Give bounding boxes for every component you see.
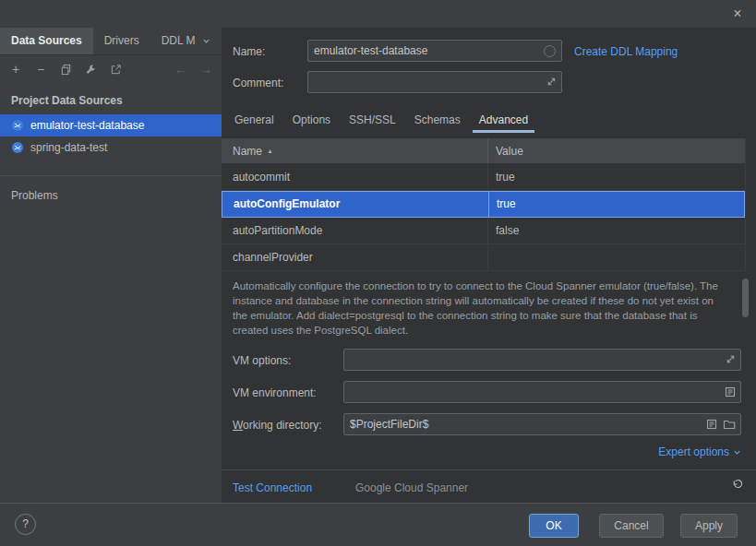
column-header-value-label: Value — [496, 145, 523, 158]
tab-data-sources[interactable]: Data Sources — [0, 28, 93, 54]
cloud-spanner-icon — [11, 119, 24, 132]
comment-label: Comment: — [233, 76, 283, 90]
open-ddl-icon[interactable] — [108, 62, 123, 77]
sidebar-toolbar: + − ← → — [0, 56, 222, 82]
comment-input[interactable] — [307, 71, 562, 93]
tab-ssh-ssl-label: SSH/SSL — [349, 113, 396, 126]
create-ddl-mapping-link[interactable]: Create DDL Mapping — [574, 44, 678, 59]
tab-ddl-mappings-label: DDL M — [162, 28, 196, 54]
tab-schemas[interactable]: Schemas — [405, 109, 470, 133]
table-header: Name ▲ Value — [222, 138, 745, 164]
tab-advanced[interactable]: Advanced — [470, 109, 537, 133]
vm-environment-field-wrap — [343, 381, 741, 403]
properties-table: Name ▲ Value autocommit true autoConfigE… — [222, 138, 746, 271]
expand-icon[interactable] — [726, 354, 736, 364]
property-value-cell: true — [487, 164, 745, 190]
footer-divider — [222, 469, 756, 470]
driver-name: Google Cloud Spanner — [355, 480, 468, 496]
chevron-down-icon[interactable] — [202, 37, 210, 45]
table-row[interactable]: channelProvider — [222, 244, 745, 271]
cancel-button[interactable]: Cancel — [599, 514, 664, 538]
working-directory-input[interactable] — [343, 413, 741, 435]
tab-advanced-label: Advanced — [479, 113, 528, 126]
datasource-item-label: emulator-test-database — [30, 119, 144, 132]
insert-macro-icon[interactable] — [706, 419, 717, 430]
dialog-buttonbar: ? OK Cancel Apply — [0, 503, 756, 546]
property-value-cell: true — [488, 192, 744, 217]
vm-environment-label: VM environment: — [233, 386, 317, 400]
vm-options-field-wrap — [343, 349, 741, 371]
datasource-item-emulator-test-database[interactable]: emulator-test-database — [0, 114, 222, 136]
property-name-cell: channelProvider — [222, 244, 487, 270]
tab-options-label: Options — [293, 113, 330, 126]
name-label: Name: — [233, 44, 265, 59]
property-description: Automatically configure the connection t… — [222, 277, 746, 336]
property-value-cell — [487, 244, 745, 270]
scrollbar-thumb[interactable] — [742, 279, 749, 317]
remove-icon[interactable]: − — [33, 62, 48, 77]
forward-icon[interactable]: → — [198, 62, 213, 77]
settings-tabbar: General Options SSH/SSL Schemas Advanced — [225, 109, 537, 133]
data-sources-dialog: × Data Sources Drivers DDL M + − — [0, 0, 756, 546]
duplicate-icon[interactable] — [58, 62, 73, 77]
tab-data-sources-label: Data Sources — [11, 28, 82, 54]
back-icon[interactable]: ← — [174, 62, 188, 77]
table-row[interactable]: autocommit true — [222, 164, 745, 191]
add-icon[interactable]: + — [8, 62, 23, 77]
tab-ddl-mappings[interactable]: DDL M — [150, 28, 222, 54]
column-header-value[interactable]: Value — [487, 138, 745, 163]
tab-schemas-label: Schemas — [414, 113, 461, 126]
comment-field-wrap — [307, 71, 562, 93]
apply-button[interactable]: Apply — [680, 514, 738, 538]
datasource-item-spring-data-test[interactable]: spring-data-test — [0, 136, 222, 159]
tab-drivers[interactable]: Drivers — [93, 28, 150, 54]
tab-options[interactable]: Options — [283, 109, 340, 133]
cloud-spanner-icon — [11, 141, 24, 154]
ok-button[interactable]: OK — [529, 514, 579, 538]
close-icon[interactable]: × — [728, 5, 747, 23]
property-name-cell: autoPartitionMode — [222, 218, 487, 243]
sort-ascending-icon: ▲ — [267, 148, 273, 154]
project-data-sources-header: Project Data Sources — [11, 91, 123, 110]
working-directory-field-wrap — [343, 413, 741, 435]
expand-icon[interactable] — [546, 77, 557, 87]
edit-variables-icon[interactable] — [725, 386, 736, 398]
working-directory-label: Working directory: — [233, 418, 321, 433]
expert-options-label: Expert options — [658, 445, 729, 459]
vm-options-label: VM options: — [233, 353, 291, 368]
table-row-selected[interactable]: autoConfigEmulator true — [222, 191, 745, 218]
tab-general[interactable]: General — [225, 109, 283, 133]
tab-general-label: General — [234, 113, 274, 126]
column-header-name[interactable]: Name ▲ — [222, 138, 487, 163]
column-header-name-label: Name — [233, 145, 262, 158]
property-name-cell: autocommit — [222, 164, 487, 190]
tab-ssh-ssl[interactable]: SSH/SSL — [340, 109, 405, 133]
property-value-cell: false — [487, 218, 745, 243]
dialog-titlebar: × — [0, 0, 756, 28]
table-row[interactable]: autoPartitionMode false — [222, 218, 745, 244]
datasource-item-label: spring-data-test — [30, 141, 107, 154]
sidebar-tabbar: Data Sources Drivers DDL M — [0, 28, 222, 55]
tab-drivers-label: Drivers — [104, 28, 139, 54]
refresh-spinner-icon — [544, 45, 556, 57]
name-field-wrap — [307, 40, 562, 62]
problems-section[interactable]: Problems — [11, 186, 58, 205]
sidebar-divider — [0, 175, 222, 176]
vm-options-input[interactable] — [343, 349, 741, 371]
folder-browse-icon[interactable] — [723, 419, 736, 430]
test-connection-link[interactable]: Test Connection — [233, 480, 312, 496]
wrench-icon[interactable] — [83, 62, 98, 77]
sidebar: Data Sources Drivers DDL M + − — [0, 28, 222, 503]
expert-options-link[interactable]: Expert options — [658, 445, 741, 459]
chevron-down-icon — [733, 448, 741, 457]
vm-environment-input[interactable] — [343, 381, 741, 403]
help-button[interactable]: ? — [15, 514, 36, 535]
name-input[interactable] — [307, 40, 562, 62]
property-name-cell: autoConfigEmulator — [222, 192, 488, 217]
datasource-settings-panel: Name: Create DDL Mapping Comment: Genera… — [222, 28, 756, 503]
revert-icon[interactable] — [731, 479, 743, 491]
